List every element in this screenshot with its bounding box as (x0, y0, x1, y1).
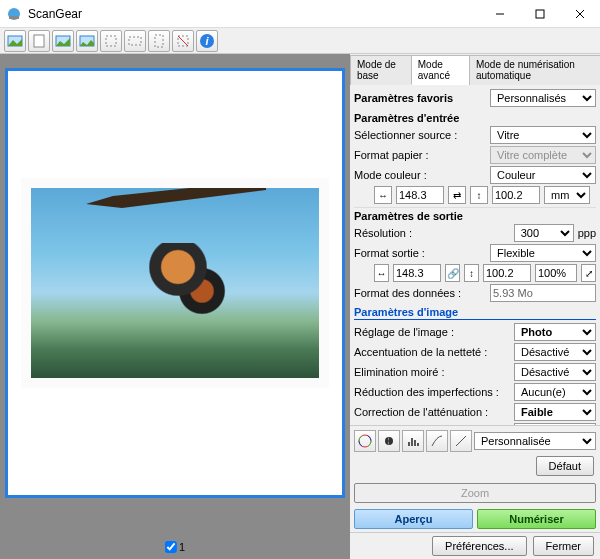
output-width[interactable] (393, 264, 441, 282)
data-size (490, 284, 596, 302)
fading-select[interactable]: Faible (514, 403, 596, 421)
preview-pane: 1 (0, 54, 350, 559)
page-checkbox[interactable]: 1 (165, 541, 185, 553)
scan-button[interactable]: Numériser (477, 509, 596, 529)
svg-rect-3 (536, 10, 544, 18)
crop3-icon[interactable] (148, 30, 170, 52)
tab-advanced[interactable]: Mode avancé (411, 55, 470, 85)
minimize-button[interactable] (480, 0, 520, 28)
svg-rect-14 (129, 37, 141, 45)
fade-label: Correction de l'atténuation : (354, 406, 510, 418)
threshold-icon[interactable] (450, 430, 472, 452)
color-mode-select[interactable]: Couleur (490, 166, 596, 184)
svg-rect-13 (106, 36, 116, 46)
paper-label: Format papier : (354, 149, 486, 161)
maximize-button[interactable] (520, 0, 560, 28)
settings-panel: Mode de base Mode avancé Mode de numéris… (350, 54, 600, 559)
svg-rect-1 (9, 16, 19, 19)
out-height-icon: ↕ (464, 264, 479, 282)
input-width[interactable] (396, 186, 444, 204)
close-button[interactable] (560, 0, 600, 28)
svg-line-28 (456, 436, 466, 446)
preview-button[interactable]: Aperçu (354, 509, 473, 529)
default-button[interactable]: Défaut (536, 456, 594, 476)
title-bar: ScanGear (0, 0, 600, 28)
app-title: ScanGear (28, 7, 480, 21)
link-icon[interactable]: 🔗 (445, 264, 460, 282)
svg-rect-27 (417, 443, 419, 446)
preview-frame[interactable] (5, 68, 345, 498)
color-tools: Personnalisée (350, 425, 600, 456)
image-section-title: Paramètres d'image (354, 306, 596, 320)
curve-icon[interactable] (426, 430, 448, 452)
input-section-title: Paramètres d'entrée (354, 110, 596, 124)
source-label: Sélectionner source : (354, 129, 486, 141)
svg-rect-26 (414, 440, 416, 446)
paper-select[interactable]: Vitre complète (490, 146, 596, 164)
svg-rect-8 (34, 35, 44, 47)
color-label: Mode couleur : (354, 169, 486, 181)
tab-bar: Mode de base Mode avancé Mode de numéris… (350, 54, 600, 85)
color-preset-select[interactable]: Personnalisée (474, 432, 596, 450)
preferences-button[interactable]: Préférences... (432, 536, 526, 556)
swap-icon[interactable]: ⇄ (448, 186, 466, 204)
dust-label: Réduction des imperfections : (354, 386, 510, 398)
svg-line-17 (178, 36, 188, 46)
width-icon: ↔ (374, 186, 392, 204)
sharp-label: Accentuation de la netteté : (354, 346, 510, 358)
svg-rect-25 (411, 438, 413, 446)
output-height[interactable] (483, 264, 531, 282)
res-unit: ppp (578, 227, 596, 239)
histogram-icon[interactable] (402, 430, 424, 452)
lock-icon[interactable]: ⤢ (581, 264, 596, 282)
favorites-select[interactable]: Personnalisés (490, 89, 596, 107)
output-section-title: Paramètres de sortie (354, 207, 596, 222)
crop2-icon[interactable] (124, 30, 146, 52)
thumb-doc-icon[interactable] (52, 30, 74, 52)
unsharp-select[interactable]: Désactivé (514, 343, 596, 361)
source-select[interactable]: Vitre (490, 126, 596, 144)
dust-select[interactable]: Aucun(e) (514, 383, 596, 401)
crop-icon[interactable] (100, 30, 122, 52)
unit-select[interactable]: mm (544, 186, 590, 204)
close-app-button[interactable]: Fermer (533, 536, 594, 556)
page-number: 1 (179, 541, 185, 553)
thumb-multi-icon[interactable] (76, 30, 98, 52)
thumb-blank-icon[interactable] (28, 30, 50, 52)
resolution-select[interactable]: 300 (514, 224, 574, 242)
height-icon: ↕ (470, 186, 488, 204)
crop-clear-icon[interactable] (172, 30, 194, 52)
tab-basic[interactable]: Mode de base (350, 55, 412, 85)
datasize-label: Format des données : (354, 287, 486, 299)
adjust-label: Réglage de l'image : (354, 326, 510, 338)
svg-rect-15 (155, 35, 163, 47)
fmt-label: Format sortie : (354, 247, 486, 259)
page-checkbox-input[interactable] (165, 541, 177, 553)
svg-rect-24 (408, 442, 410, 446)
app-icon (6, 6, 22, 22)
image-adjust-select[interactable]: Photo (514, 323, 596, 341)
zoom-button: Zoom (354, 483, 596, 503)
output-scale[interactable] (535, 264, 577, 282)
toolbar: i (0, 28, 600, 54)
moire-label: Elimination moiré : (354, 366, 510, 378)
res-label: Résolution : (354, 227, 510, 239)
descreen-select[interactable]: Désactivé (514, 363, 596, 381)
brightness-icon[interactable] (378, 430, 400, 452)
tab-auto[interactable]: Mode de numérisation automatique (469, 55, 600, 85)
color-wheel-icon[interactable] (354, 430, 376, 452)
output-format-select[interactable]: Flexible (490, 244, 596, 262)
info-icon[interactable]: i (196, 30, 218, 52)
thumb-photo-icon[interactable] (4, 30, 26, 52)
preview-image (21, 178, 329, 388)
favorites-label: Paramètres favoris (354, 92, 486, 104)
input-height[interactable] (492, 186, 540, 204)
out-width-icon: ↔ (374, 264, 389, 282)
